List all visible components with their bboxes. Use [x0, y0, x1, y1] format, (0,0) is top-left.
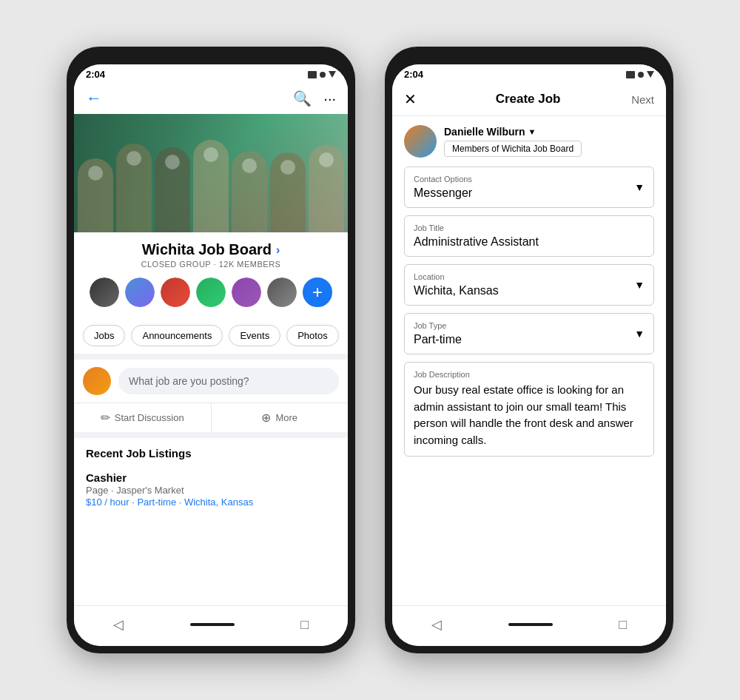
- post-input[interactable]: What job are you posting?: [118, 368, 339, 394]
- nav-bar-2: ◁ □: [392, 605, 666, 646]
- job-type-dropdown-icon[interactable]: ▼: [634, 328, 645, 340]
- p2-topbar: ✕ Create Job Next: [392, 83, 666, 116]
- tab-jobs[interactable]: Jobs: [83, 325, 125, 346]
- status-icons-1: [308, 71, 336, 78]
- create-job-title: Create Job: [496, 92, 561, 107]
- contact-options-field[interactable]: Contact Options Messenger ▼: [404, 166, 654, 208]
- signal-icon-2: [626, 71, 635, 78]
- cover-person-4: [193, 140, 229, 232]
- create-job-form: Contact Options Messenger ▼ Job Title Ad…: [392, 166, 666, 605]
- wifi-icon: [320, 72, 326, 78]
- user-avatar: [83, 367, 111, 395]
- phone-notch: [166, 54, 255, 60]
- job-detail-cashier: $10 / hour · Part-time · Wichita, Kansas: [86, 497, 336, 508]
- group-chevron-icon: ›: [276, 243, 280, 257]
- poster-dropdown-icon[interactable]: ▼: [528, 127, 536, 136]
- top-actions: 🔍 ···: [293, 90, 336, 107]
- job-type-field[interactable]: Job Type Part-time ▼: [404, 313, 654, 354]
- cover-person-5: [232, 151, 267, 232]
- member-avatar-6[interactable]: [266, 276, 298, 309]
- contact-options-label: Contact Options: [414, 175, 645, 184]
- member-avatar-2[interactable]: [124, 276, 156, 309]
- poster-scope-selector[interactable]: Members of Wichita Job Board: [444, 141, 582, 157]
- p1-topbar: ← 🔍 ···: [74, 83, 348, 114]
- member-avatar-1[interactable]: [88, 276, 121, 309]
- group-tabs: Jobs Announcements Events Photos: [74, 317, 348, 354]
- job-title-field[interactable]: Job Title Administrative Assistant: [404, 215, 654, 257]
- cover-person-6: [270, 152, 306, 232]
- search-icon[interactable]: 🔍: [293, 90, 312, 107]
- cover-person-1: [78, 158, 113, 232]
- status-bar-2: 2:04: [392, 64, 666, 83]
- group-meta: CLOSED GROUP · 12K MEMBERS: [86, 260, 336, 269]
- job-description-value: Our busy real estate office is looking f…: [414, 382, 645, 448]
- time-display-2: 2:04: [404, 69, 423, 80]
- signal-icon: [308, 71, 317, 78]
- phone-2: 2:04 ✕ Create Job Next Danielle Wilburn: [385, 47, 673, 653]
- battery-icon-2: [647, 71, 654, 78]
- nav-recent-button-2[interactable]: □: [607, 614, 639, 636]
- nav-home-indicator-1[interactable]: [190, 623, 235, 626]
- phone-1: 2:04 ← 🔍 ···: [67, 47, 355, 653]
- poster-info: Danielle Wilburn ▼ Members of Wichita Jo…: [444, 126, 582, 157]
- tab-events[interactable]: Events: [229, 325, 280, 346]
- feed-title: Recent Job Listings: [86, 447, 336, 460]
- cover-person-2: [116, 144, 152, 232]
- more-icon: ⊕: [261, 411, 271, 425]
- poster-row: Danielle Wilburn ▼ Members of Wichita Jo…: [392, 116, 666, 166]
- location-field[interactable]: Location Wichita, Kansas ▼: [404, 264, 654, 306]
- tab-announcements[interactable]: Announcements: [131, 325, 223, 346]
- job-type-value: Part-time: [414, 333, 645, 346]
- job-type-label: Job Type: [414, 321, 645, 330]
- location-label: Location: [414, 272, 645, 281]
- location-dropdown-icon[interactable]: ▼: [634, 279, 645, 291]
- tab-photos[interactable]: Photos: [286, 325, 338, 346]
- phone1-content: ← 🔍 ···: [74, 83, 348, 605]
- nav-bar-1: ◁ □: [74, 605, 348, 646]
- more-options-icon[interactable]: ···: [323, 90, 336, 107]
- actions-row: ✏ Start Discussion ⊕ More: [74, 403, 348, 432]
- job-description-label: Job Description: [414, 370, 645, 379]
- phone-notch-2: [485, 54, 574, 60]
- poster-name: Danielle Wilburn ▼: [444, 126, 582, 138]
- job-source-cashier: Page · Jasper's Market: [86, 485, 336, 496]
- post-area: What job are you posting?: [74, 360, 348, 403]
- time-display-1: 2:04: [86, 69, 105, 80]
- start-discussion-icon: ✏: [101, 411, 110, 425]
- status-bar-1: 2:04: [74, 64, 348, 83]
- cover-person-7: [309, 145, 344, 232]
- job-title-cashier: Cashier: [86, 471, 336, 484]
- nav-back-button-1[interactable]: ◁: [101, 613, 135, 636]
- group-name: Wichita Job Board ›: [86, 241, 336, 258]
- nav-back-button-2[interactable]: ◁: [420, 613, 454, 636]
- back-button[interactable]: ←: [86, 89, 102, 108]
- job-title-value: Administrative Assistant: [414, 235, 645, 249]
- recent-jobs-feed: Recent Job Listings Cashier Page · Jaspe…: [74, 438, 348, 605]
- more-button[interactable]: ⊕ More: [212, 403, 349, 432]
- member-avatar-3[interactable]: [159, 276, 192, 309]
- group-info: Wichita Job Board › CLOSED GROUP · 12K M…: [74, 232, 348, 317]
- nav-recent-button-1[interactable]: □: [289, 614, 320, 636]
- location-value: Wichita, Kansas: [414, 284, 645, 297]
- phone2-content: ✕ Create Job Next Danielle Wilburn ▼ Mem…: [392, 83, 666, 605]
- cover-person-3: [155, 147, 190, 232]
- wifi-icon-2: [638, 72, 644, 78]
- poster-avatar: [404, 125, 437, 158]
- members-row: +: [86, 276, 336, 309]
- contact-options-dropdown-icon[interactable]: ▼: [634, 181, 645, 193]
- job-title-label: Job Title: [414, 223, 645, 232]
- job-description-field[interactable]: Job Description Our busy real estate off…: [404, 362, 654, 457]
- start-discussion-button[interactable]: ✏ Start Discussion: [74, 403, 212, 432]
- next-button[interactable]: Next: [631, 93, 654, 106]
- close-button[interactable]: ✕: [404, 90, 425, 108]
- nav-home-indicator-2[interactable]: [508, 623, 553, 626]
- group-cover-photo: [74, 114, 348, 232]
- status-icons-2: [626, 71, 654, 78]
- contact-options-value: Messenger: [414, 186, 645, 200]
- member-avatar-4[interactable]: [195, 276, 227, 309]
- member-avatar-5[interactable]: [230, 276, 263, 309]
- battery-icon: [329, 71, 336, 78]
- add-member-button[interactable]: +: [301, 276, 334, 309]
- job-listing-cashier[interactable]: Cashier Page · Jasper's Market $10 / hou…: [86, 467, 336, 512]
